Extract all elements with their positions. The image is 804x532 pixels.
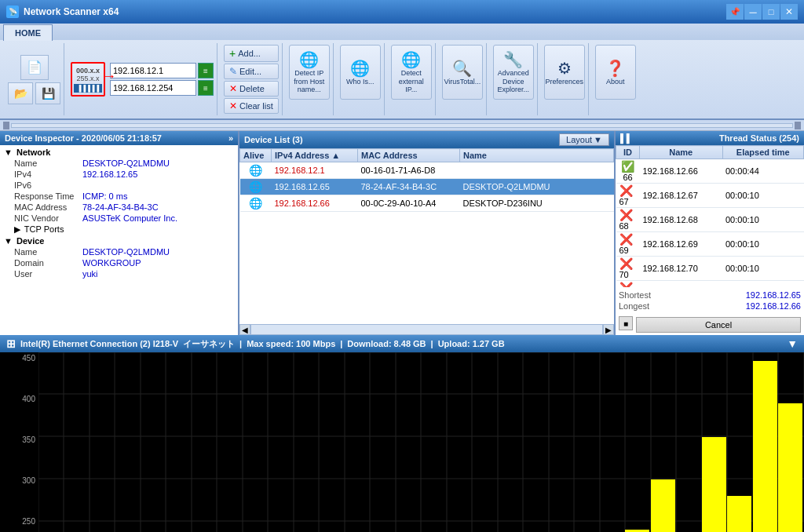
chevron-down-icon: ▼ <box>594 135 602 144</box>
network-graph <box>38 352 804 532</box>
cancel-area: ■ Cancel <box>619 314 801 333</box>
ip-range-box: ≡ ≡ <box>110 63 214 96</box>
ipv4-key: IPv4 <box>2 169 80 180</box>
domain-row: Domain WORKGROUP <box>2 257 236 268</box>
detect-ip-button[interactable]: 🌐 Detect IP from Host name... <box>289 45 330 100</box>
elapsed-cell: 00:00:44 <box>722 159 804 184</box>
thread-footer: Shortest 192.168.12.65 Longest 192.168.1… <box>616 287 804 335</box>
win-buttons: 📌 ─ □ ✕ <box>726 4 798 20</box>
shortest-row: Shortest 192.168.12.65 <box>619 290 801 301</box>
nic-key: NIC Vendor <box>2 213 80 224</box>
device-name-value: DESKTOP-Q2LMDMU <box>80 246 236 257</box>
open-file-button[interactable]: 📂 <box>8 82 33 104</box>
thread-name-cell: 192.168.12.69 <box>640 232 723 257</box>
elapsed-cell: 00:00:10 <box>722 257 804 281</box>
expand-tcp-icon[interactable]: ▶ <box>14 224 20 234</box>
device-name-key: Name <box>2 246 80 257</box>
expand-network-icon[interactable]: ▼ <box>4 148 13 157</box>
pin-button[interactable]: 📌 <box>726 4 744 20</box>
ribbon-group-virustotal: 🔍 VirusTotal... <box>439 43 487 115</box>
device-list-header-row: Alive IPv4 Address ▲ MAC Address Name <box>240 149 614 162</box>
status-ok-icon: ✅ <box>621 160 634 173</box>
close-button[interactable]: ✕ <box>780 4 798 20</box>
nic-value: ASUSTeK Computer Inc. <box>80 213 236 224</box>
thread-status-content: ID Name Elapsed time ✅ 66 192.168.12.66 … <box>616 145 804 287</box>
id-cell: ❌ 68 <box>616 208 640 232</box>
name-value: DESKTOP-Q2LMDMU <box>80 158 236 169</box>
graph-container: kB 450 400 350 300 250 200 150 100 50 0 … <box>0 352 804 532</box>
table-row[interactable]: ❌ 71 192.168.12.71 00:00:10 <box>616 281 804 288</box>
ip-end-input[interactable] <box>110 80 196 96</box>
name-cell: DESKTOP-Q2LMDMU <box>460 179 614 195</box>
ribbon-group-preferences: ⚙ Preferences <box>541 43 589 115</box>
table-row[interactable]: ❌ 70 192.168.12.70 00:00:10 <box>616 257 804 281</box>
device-list-table: Alive IPv4 Address ▲ MAC Address Name 🌐 … <box>239 148 614 212</box>
add-button[interactable]: + Add... <box>224 45 279 62</box>
thread-status-title-text: Thread Status (254) <box>719 133 799 143</box>
inspector-content: ▼ Network Name DESKTOP-Q2LMDMU IPv4 192.… <box>0 145 238 335</box>
shortest-value: 192.168.12.65 <box>746 290 801 300</box>
minimize-button[interactable]: ─ <box>744 4 762 20</box>
table-row[interactable]: ✅ 66 192.168.12.66 00:00:44 <box>616 159 804 184</box>
device-list-header: Device List (3) Layout ▼ <box>239 131 614 148</box>
app-title: Network Scanner x64 <box>24 6 726 17</box>
ip-end-row: ≡ <box>110 80 214 96</box>
top-scrollbar[interactable] <box>0 120 804 131</box>
id-cell: ❌ 67 <box>616 184 640 208</box>
ip-start-icon[interactable]: ≡ <box>198 63 214 78</box>
about-button[interactable]: ❓ About <box>595 45 636 100</box>
download-stat: Download: 8.48 GB <box>347 339 426 348</box>
scan-icon-box[interactable]: 000.x.x 255.x.x ▐▐▐▐▐ <box>71 62 105 97</box>
ipv4-value: 192.168.12.65 <box>80 169 236 180</box>
thread-status-header: ▌▌ Thread Status (254) <box>616 131 804 145</box>
ip-end-icon[interactable]: ≡ <box>198 80 214 96</box>
stop-icon: ■ <box>619 316 633 330</box>
user-value: yuki <box>80 268 236 279</box>
list-item[interactable]: 🌐 192.168.12.1 00-16-01-71-A6-D8 <box>240 162 614 179</box>
list-item[interactable]: 🌐 192.168.12.66 00-0C-29-A0-10-A4 DESKTO… <box>240 195 614 212</box>
layout-button[interactable]: Layout ▼ <box>559 133 609 146</box>
table-row[interactable]: ❌ 68 192.168.12.68 00:00:10 <box>616 208 804 232</box>
expand-device-icon[interactable]: ▼ <box>4 236 13 246</box>
add-icon: + <box>229 47 236 60</box>
upload-stat: Upload: 1.27 GB <box>438 339 505 348</box>
advanced-button[interactable]: 🔧 AdvancedDeviceExplorer... <box>493 45 534 100</box>
expand-graph-icon[interactable]: ▼ <box>787 337 798 350</box>
maximize-button[interactable]: □ <box>762 4 780 20</box>
whois-button[interactable]: 🌐 Who Is... <box>340 45 381 100</box>
new-file-button[interactable]: 📄 <box>20 55 49 80</box>
collapse-button[interactable]: » <box>228 133 233 143</box>
mac-value: 78-24-AF-34-B4-3C <box>80 202 236 213</box>
file-buttons: 📄 📂 💾 <box>8 45 60 114</box>
clear-list-button[interactable]: ✕ Clear list <box>224 98 279 114</box>
status-err-icon: ❌ <box>619 233 633 246</box>
ip-start-input[interactable] <box>110 63 196 78</box>
table-row[interactable]: ❌ 69 192.168.12.69 00:00:10 <box>616 232 804 257</box>
thread-name-cell: 192.168.12.66 <box>640 159 723 184</box>
table-row[interactable]: ❌ 67 192.168.12.67 00:00:10 <box>616 184 804 208</box>
network-section-row: ▼ Network <box>2 147 236 158</box>
device-list-scrollbar[interactable]: ◀ ▶ <box>239 324 614 335</box>
cancel-button[interactable]: Cancel <box>636 317 801 333</box>
tab-home[interactable]: HOME <box>3 24 53 41</box>
graph-wrapper: kB 450 400 350 300 250 200 150 100 50 0 <box>0 352 804 532</box>
save-file-button[interactable]: 💾 <box>35 82 60 104</box>
name-row: Name DESKTOP-Q2LMDMU <box>2 158 236 169</box>
edit-button[interactable]: ✎ Edit... <box>224 64 279 79</box>
grid-icon: ⊞ <box>6 337 16 350</box>
device-inspector-title: Device Inspector - 2020/06/05 21:18:57 <box>5 133 162 143</box>
list-item[interactable]: 🌐 192.168.12.65 78-24-AF-34-B4-3C DESKTO… <box>240 179 614 195</box>
ribbon-group-detect-external: 🌐 Detectexternal IP... <box>388 43 436 115</box>
ribbon-tabs: HOME <box>0 24 804 40</box>
detect-external-button[interactable]: 🌐 Detectexternal IP... <box>391 45 432 100</box>
ribbon-group-about: ❓ About <box>592 43 639 115</box>
ribbon-group-file: 📄 📂 💾 <box>5 43 64 115</box>
shortest-label: Shortest <box>619 290 651 300</box>
mac-cell: 78-24-AF-34-B4-3C <box>358 179 460 195</box>
ip-cell: 192.168.12.65 <box>272 179 358 195</box>
id-cell: ✅ 66 <box>616 159 640 184</box>
thread-name-cell: 192.168.12.67 <box>640 184 723 208</box>
virustotal-button[interactable]: 🔍 VirusTotal... <box>442 45 483 100</box>
delete-button[interactable]: ✕ Delete <box>224 81 279 97</box>
preferences-button[interactable]: ⚙ Preferences <box>544 45 585 100</box>
